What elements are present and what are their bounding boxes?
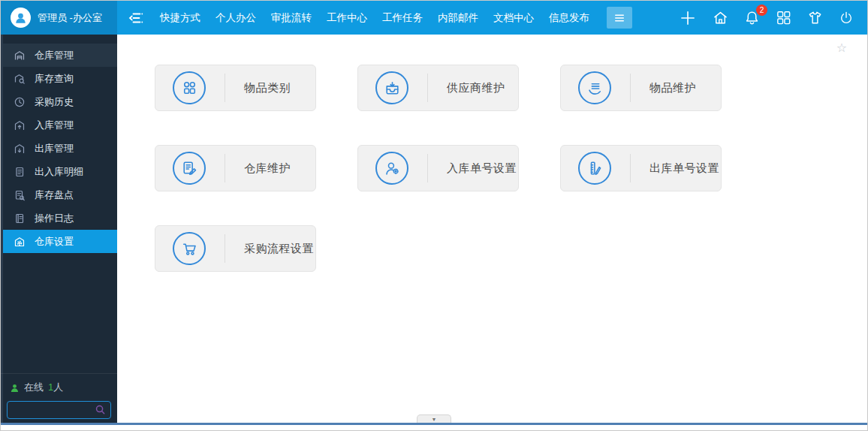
tile-divider [225, 234, 225, 263]
menu-item-shortcuts[interactable]: 快捷方式 [153, 1, 207, 35]
tile-label: 入库单号设置 [447, 161, 517, 176]
inbound-warehouse-icon [14, 119, 26, 131]
warehouse-settings-icon [14, 236, 26, 248]
online-status: 在线 1人 [10, 381, 111, 394]
theme-shirt-icon[interactable] [806, 9, 824, 26]
tile-outbound-number-setting[interactable]: 出库单号设置 [560, 145, 722, 191]
sidebar-item-label: 入库管理 [35, 119, 74, 132]
tile-divider [630, 74, 631, 102]
sidebar-item-stocktake[interactable]: 库存盘点 [1, 183, 117, 206]
function-tiles: 物品类别 供应商维护 物品维护 仓 [117, 35, 867, 272]
tile-divider [427, 154, 428, 182]
tile-label: 采购流程设置 [244, 242, 314, 256]
inbound-number-setting-icon [375, 152, 408, 185]
menu-item-info-publish[interactable]: 信息发布 [542, 1, 596, 35]
online-count: 1人 [48, 381, 63, 394]
sidebar-nav: 仓库管理 库存查询 采购历史 入库管理 [1, 35, 117, 253]
stocktake-doc-search-icon [14, 189, 26, 201]
sidebar-item-label: 出库管理 [35, 142, 74, 155]
tile-divider [630, 154, 631, 182]
sidebar-item-inout-detail[interactable]: 出入库明细 [1, 160, 117, 183]
sidebar-item-warehouse-settings[interactable]: 仓库设置 [1, 230, 117, 253]
warehouse-maintenance-icon [173, 152, 206, 185]
tile-label: 供应商维护 [447, 81, 505, 95]
tile-warehouse-maintenance[interactable]: 仓库维护 [155, 145, 316, 191]
search-icon[interactable] [95, 404, 106, 415]
sidebar-item-outbound-management[interactable]: 出库管理 [1, 137, 117, 160]
sidebar-item-inventory-query[interactable]: 库存查询 [1, 67, 117, 90]
menu-item-work-center[interactable]: 工作中心 [320, 1, 374, 35]
add-icon[interactable] [678, 8, 698, 28]
navbar-right-icons: 2 [678, 8, 867, 28]
sidebar-item-label: 仓库管理 [35, 49, 74, 62]
apps-grid-icon[interactable] [775, 9, 792, 26]
tile-inbound-number-setting[interactable]: 入库单号设置 [357, 145, 519, 191]
tile-label: 物品类别 [244, 81, 291, 95]
favorite-star-icon[interactable]: ☆ [836, 41, 847, 55]
notification-bell-icon[interactable]: 2 [743, 9, 761, 26]
tile-divider [225, 154, 225, 182]
notification-badge: 2 [756, 5, 767, 16]
bottom-divider-line [1, 423, 867, 425]
tile-purchase-flow-setting[interactable]: 采购流程设置 [155, 225, 316, 272]
home-icon[interactable] [712, 9, 729, 26]
tile-label: 物品维护 [649, 81, 696, 95]
collapse-menu-icon[interactable] [127, 9, 145, 27]
chevron-down-icon: ▼ [432, 417, 437, 422]
operation-log-icon [14, 212, 26, 225]
sidebar-item-label: 库存盘点 [35, 188, 74, 202]
warehouse-icon [14, 50, 26, 62]
user-name-label: 管理员 -办公室 [38, 11, 102, 25]
sidebar-item-label: 库存查询 [35, 72, 74, 86]
hamburger-menu-icon[interactable] [607, 7, 632, 29]
menu-item-document-center[interactable]: 文档中心 [487, 1, 541, 35]
sidebar-bottom-panel: 在线 1人 [1, 373, 117, 423]
tile-supplier-maintenance[interactable]: 供应商维护 [357, 65, 519, 111]
app-window: 管理员 -办公室 快捷方式 个人办公 审批流转 工作中心 工作任务 内部邮件 文… [0, 0, 868, 431]
menu-item-approval-flow[interactable]: 审批流转 [264, 1, 318, 35]
sidebar-item-label: 采购历史 [35, 95, 74, 109]
tile-divider [225, 74, 225, 102]
sidebar-item-operation-log[interactable]: 操作日志 [1, 206, 117, 230]
supplier-maintenance-icon [375, 71, 408, 104]
item-maintenance-icon [578, 71, 611, 104]
current-user[interactable]: 管理员 -办公室 [1, 1, 117, 35]
outbound-number-setting-icon [578, 152, 611, 185]
tile-label: 出库单号设置 [649, 161, 719, 176]
menu-item-personal-office[interactable]: 个人办公 [209, 1, 263, 35]
power-icon[interactable] [838, 10, 854, 26]
tile-divider [427, 74, 428, 102]
inout-detail-doc-icon [14, 166, 26, 178]
item-category-icon [173, 71, 206, 104]
outbound-warehouse-icon [14, 143, 26, 155]
tile-item-maintenance[interactable]: 物品维护 [560, 65, 722, 111]
online-label: 在线 [24, 381, 44, 394]
online-user-icon [10, 383, 20, 393]
sidebar-search [7, 401, 111, 419]
top-navbar: 管理员 -办公室 快捷方式 个人办公 审批流转 工作中心 工作任务 内部邮件 文… [1, 1, 867, 35]
sidebar-item-label: 操作日志 [35, 212, 74, 225]
collapse-panel-tab[interactable]: ▼ [417, 414, 451, 423]
sidebar-item-label: 出入库明细 [35, 165, 83, 179]
user-avatar-icon [11, 8, 31, 28]
sidebar-item-label: 仓库设置 [35, 235, 74, 249]
menu-item-internal-mail[interactable]: 内部邮件 [431, 1, 485, 35]
tile-label: 仓库维护 [244, 161, 291, 176]
inventory-search-icon [14, 73, 26, 85]
sidebar: 仓库管理 库存查询 采购历史 入库管理 [1, 35, 117, 423]
sidebar-item-warehouse-management[interactable]: 仓库管理 [1, 44, 117, 67]
purchase-history-clock-icon [14, 96, 26, 108]
sidebar-item-inbound-management[interactable]: 入库管理 [1, 113, 117, 137]
tile-item-category[interactable]: 物品类别 [155, 65, 316, 111]
purchase-flow-setting-icon [173, 232, 206, 265]
main-menu: 快捷方式 个人办公 审批流转 工作中心 工作任务 内部邮件 文档中心 信息发布 [152, 1, 597, 35]
menu-item-work-tasks[interactable]: 工作任务 [375, 1, 429, 35]
main-content: ☆ 物品类别 供应商维护 物品维护 [117, 35, 867, 423]
sidebar-item-purchase-history[interactable]: 采购历史 [1, 90, 117, 113]
